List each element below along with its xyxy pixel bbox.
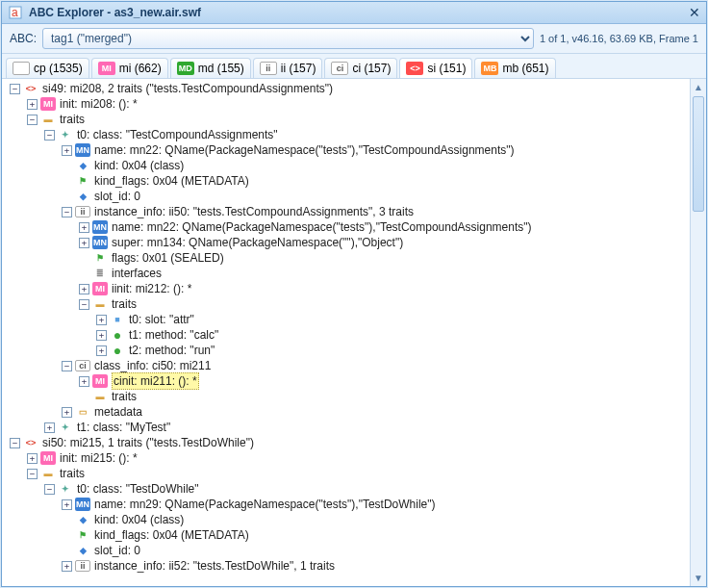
expand-toggle[interactable]: + <box>96 345 107 356</box>
collapse-toggle[interactable]: − <box>44 484 55 495</box>
tree-row[interactable]: −✦t0: class: "TestCompoundAssignments" <box>2 127 690 142</box>
abc-toolbar: ABC: tag1 ("merged") 1 of 1, v46.16, 63.… <box>2 24 706 54</box>
scroll-down-icon[interactable]: ▼ <box>691 570 706 586</box>
collapse-toggle[interactable]: − <box>27 469 38 479</box>
box-icon: ■ <box>110 313 125 326</box>
tree-node-label: name: mn29: QName(PackageNamespace("test… <box>94 497 436 512</box>
tree-view[interactable]: −<>si49: mi208, 2 traits ("tests.TestCom… <box>2 79 690 586</box>
tab-label: cp (1535) <box>34 62 83 75</box>
collapse-toggle[interactable]: − <box>10 84 20 94</box>
tab-ii[interactable]: iiii (157) <box>253 58 323 78</box>
tree-node-label: t1: method: "calc" <box>129 327 218 343</box>
folder-icon: ▬ <box>92 297 108 311</box>
titlebar[interactable]: a ABC Explorer - as3_new.air.swf ✕ <box>2 2 706 24</box>
tree-row[interactable]: ▬traits <box>2 389 690 404</box>
tree-row[interactable]: +●t2: method: "run" <box>2 343 690 358</box>
tree-row[interactable]: −✦t0: class: "TestDoWhile" <box>2 481 690 497</box>
tree-row[interactable]: −▬traits <box>2 466 690 481</box>
expand-toggle[interactable]: + <box>27 99 38 110</box>
flag-icon: ⚑ <box>75 528 90 542</box>
blue-icon: ◆ <box>75 190 90 203</box>
vertical-scrollbar[interactable]: ▲ ▼ <box>690 79 706 586</box>
tree-row[interactable]: −ciclass_info: ci50: mi211 <box>2 358 690 373</box>
expand-toggle[interactable]: + <box>62 499 72 510</box>
collapse-toggle[interactable]: − <box>62 361 72 371</box>
tab-mi[interactable]: MImi (662) <box>91 58 168 78</box>
tree-row[interactable]: −<>si49: mi208, 2 traits ("tests.TestCom… <box>2 81 690 96</box>
tree-row[interactable]: ≣interfaces <box>2 266 690 281</box>
tab-si[interactable]: <>si (151) <box>399 58 472 78</box>
tree-row[interactable]: ◆slot_id: 0 <box>2 189 690 204</box>
tab-ci[interactable]: cici (157) <box>324 58 397 78</box>
tree-node-label: kind: 0x04 (class) <box>94 158 184 173</box>
folder-icon: ▬ <box>40 467 56 480</box>
tree-row[interactable]: +■t0: slot: "attr" <box>2 312 690 327</box>
tree-row[interactable]: +MNname: mn22: QName(PackageNamespace("t… <box>2 219 690 235</box>
tree-row[interactable]: +▭metadata <box>2 404 690 420</box>
tree-row[interactable]: ◆kind: 0x04 (class) <box>2 512 690 527</box>
tab-label: mb (651) <box>502 62 548 75</box>
tree-row[interactable]: ◆slot_id: 0 <box>2 543 690 558</box>
tree-row[interactable]: +✦t1: class: "MyTest" <box>2 420 690 435</box>
mi-icon: MI <box>92 374 108 388</box>
collapse-toggle[interactable]: − <box>10 438 20 448</box>
expand-toggle[interactable]: + <box>62 561 72 572</box>
mi-icon: MI <box>92 282 108 295</box>
tree-row[interactable]: +MIcinit: mi211: (): * <box>2 373 690 389</box>
expand-toggle[interactable]: + <box>79 376 89 387</box>
tree-row[interactable]: −▬traits <box>2 112 690 127</box>
collapse-toggle[interactable]: − <box>62 207 72 217</box>
tree-row[interactable]: +MNname: mn22: QName(PackageNamespace("t… <box>2 142 690 158</box>
tree-node-label: init: mi208: (): * <box>60 96 138 112</box>
tree-row[interactable]: −▬traits <box>2 296 690 312</box>
close-icon[interactable]: ✕ <box>689 5 700 20</box>
expand-toggle[interactable]: + <box>96 315 107 325</box>
expand-toggle[interactable]: + <box>27 453 38 464</box>
tree-node-label: t0: slot: "attr" <box>129 312 194 327</box>
tree-row[interactable]: ⚑kind_flags: 0x04 (METADATA) <box>2 527 690 543</box>
mn-icon: MN <box>75 498 90 511</box>
tab-badge-icon: ci <box>331 62 348 75</box>
collapse-toggle[interactable]: − <box>27 115 38 125</box>
tab-mb[interactable]: MBmb (651) <box>474 58 555 78</box>
collapse-toggle[interactable]: − <box>44 130 55 141</box>
collapse-toggle[interactable]: − <box>79 299 89 310</box>
expand-toggle[interactable]: + <box>62 407 72 418</box>
tree-row[interactable]: +iiinstance_info: ii52: "tests.TestDoWhi… <box>2 558 690 574</box>
tree-node-label: iinit: mi212: (): * <box>112 281 191 296</box>
tab-cp[interactable]: cp (1535) <box>6 58 89 78</box>
tree-node-label: instance_info: ii50: "tests.TestCompound… <box>94 204 414 219</box>
content-area: −<>si49: mi208, 2 traits ("tests.TestCom… <box>2 79 706 586</box>
tree-row[interactable]: +MNname: mn29: QName(PackageNamespace("t… <box>2 497 690 512</box>
tree-row[interactable]: ⚑flags: 0x01 (SEALED) <box>2 250 690 266</box>
tree-row[interactable]: +●t1: method: "calc" <box>2 327 690 343</box>
mn-icon: MN <box>92 220 108 234</box>
expand-toggle[interactable]: + <box>79 284 89 294</box>
tree-row[interactable]: +MIiinit: mi212: (): * <box>2 281 690 296</box>
tree-row[interactable]: −iiinstance_info: ii50: "tests.TestCompo… <box>2 204 690 219</box>
tree-node-label: traits <box>112 389 137 404</box>
tree-node-label: kind_flags: 0x04 (METADATA) <box>94 173 249 189</box>
expand-toggle[interactable]: + <box>96 330 107 341</box>
expand-toggle[interactable]: + <box>79 238 89 248</box>
scrollbar-thumb[interactable] <box>693 96 704 212</box>
abc-select[interactable]: tag1 ("merged") <box>42 28 534 49</box>
expand-toggle[interactable]: + <box>79 222 89 233</box>
window-title: ABC Explorer - as3_new.air.swf <box>29 6 683 19</box>
app-icon: a <box>8 5 23 20</box>
flag-icon: ⚑ <box>75 174 90 188</box>
tab-md[interactable]: MDmd (155) <box>170 58 251 78</box>
dot-icon: ● <box>110 344 125 357</box>
tree-row[interactable]: +MIinit: mi215: (): * <box>2 450 690 466</box>
tree-row[interactable]: +MNsuper: mn134: QName(PackageNamespace(… <box>2 235 690 250</box>
tree-row[interactable]: ⚑kind_flags: 0x04 (METADATA) <box>2 173 690 189</box>
tree-row[interactable]: +MIinit: mi208: (): * <box>2 96 690 112</box>
expand-toggle[interactable]: + <box>44 422 55 433</box>
blue-icon: ◆ <box>75 159 90 172</box>
tree-row[interactable]: −<>si50: mi215, 1 traits ("tests.TestDoW… <box>2 435 690 450</box>
scroll-up-icon[interactable]: ▲ <box>691 79 706 95</box>
tree-row[interactable]: ◆kind: 0x04 (class) <box>2 158 690 173</box>
ii-icon: ii <box>75 206 90 217</box>
expand-toggle[interactable]: + <box>62 145 72 156</box>
mi-icon: MI <box>40 451 56 465</box>
